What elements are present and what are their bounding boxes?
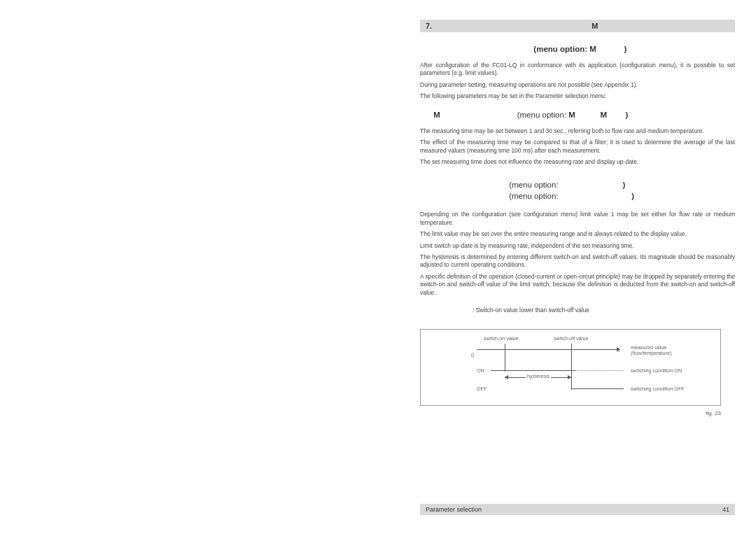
s72-p2: The limit value may be set over the enti… bbox=[420, 230, 735, 238]
heading-7-1: 7.1 Measuring time (menu option: Main/ M… bbox=[420, 111, 735, 119]
hysteresis-diagram: switch-on value switch-off value 0 ∞ mea… bbox=[420, 329, 721, 406]
lbl-zero: 0 bbox=[471, 352, 474, 358]
case-a-line: Case a: Switch-on value lower than switc… bbox=[454, 307, 735, 314]
s71-p1: The measuring time may be set between 1 … bbox=[420, 127, 735, 135]
lbl-condoff: switching condition OFF bbox=[631, 386, 685, 392]
s71-p3: The set measuring time does not influenc… bbox=[420, 158, 735, 166]
lbl-inf: ∞ bbox=[617, 347, 620, 353]
page-footer: Parameter selection 41 bbox=[420, 504, 735, 515]
s71-p2: The effect of the measuring time may be … bbox=[420, 139, 735, 155]
lbl-switchoff: switch-off value bbox=[554, 335, 588, 342]
title-num: 7. bbox=[426, 22, 432, 30]
lbl-switchon: switch-on value bbox=[484, 335, 519, 342]
lbl-on: ON bbox=[477, 367, 484, 374]
lbl-condon: switching condition ON bbox=[631, 367, 682, 374]
chapter-title-bar: 7. Parameter selection menu (Menu option… bbox=[420, 20, 735, 32]
s72-p1: Depending on the configuration (see conf… bbox=[420, 211, 735, 227]
footer-page-number: 41 bbox=[722, 506, 729, 513]
lbl-hyst: hysteresis bbox=[526, 373, 551, 379]
lbl-measured: measured value (flow/temperature) bbox=[631, 345, 671, 356]
heading-7: 7. Parameter selection menu (menu option… bbox=[420, 45, 735, 53]
s7-p3: The following parameters may be set in t… bbox=[420, 92, 735, 100]
s72-p5: A specific definition of the operation (… bbox=[420, 273, 735, 297]
s7-p1: After configuration of the FC01-LQ in co… bbox=[420, 62, 735, 78]
lbl-off: OFF bbox=[477, 386, 486, 392]
case-a-desc: : Switch-on value lower than switch-off … bbox=[472, 307, 589, 314]
title-m: M bbox=[592, 22, 598, 30]
heading-7-2: 7.2 Limit value 1 (menu option: Main/Li1… bbox=[420, 179, 735, 202]
s72-p4: The hysteresis is determined by entering… bbox=[420, 253, 735, 269]
footer-left: Parameter selection bbox=[426, 506, 482, 513]
s72-p3: Limit switch up-date is by measuring rat… bbox=[420, 242, 735, 250]
figure-caption: fig. 23 bbox=[420, 410, 735, 416]
s7-p2: During parameter setting, measuring oper… bbox=[420, 81, 735, 89]
